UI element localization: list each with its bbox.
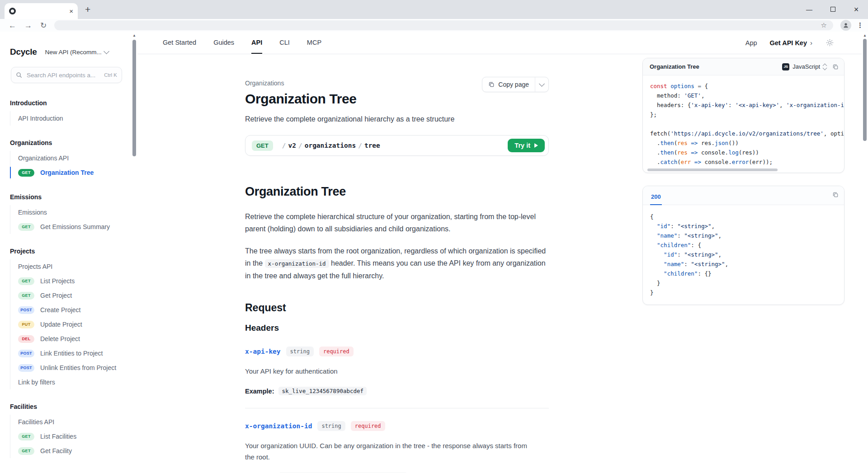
param-name[interactable]: x-organization-id [245,422,312,430]
code-line: } [650,288,844,297]
browser-menu-icon[interactable]: ⋮ [857,21,863,29]
docs-app: Dcycle New API (Recomm... Ctrl K Introdu… [0,32,868,473]
sidebar-section-items: Facilities APIGETList FacilitiesGETGet F… [10,415,127,458]
sidebar-section-items: Organizations APIGETOrganization Tree [10,151,127,180]
get-api-key-link[interactable]: Get API Key › [770,39,812,47]
search-icon [16,72,22,78]
topnav-item-mcp[interactable]: MCP [307,32,321,54]
api-version-switcher[interactable]: New API (Recomm... [45,49,108,56]
sidebar-item-label: Projects API [18,263,52,270]
param-name[interactable]: x-api-key [245,348,281,355]
favicon-icon [9,8,16,14]
code-line: .catch(err => console.error(err)); [650,157,844,167]
browser-tab[interactable]: × [5,3,78,19]
method-badge: GET [18,433,34,440]
sidebar-item-get-emissions-summary[interactable]: GETGet Emissions Summary [10,220,127,234]
sidebar-item-create-project[interactable]: POSTCreate Project [10,303,127,317]
copy-page-button[interactable]: Copy page [482,77,535,92]
page-scrollbar[interactable]: ▲ [862,32,868,473]
method-badge: POST [18,364,34,372]
language-selector[interactable]: JS JavaScript [782,63,826,70]
window-controls: — × [797,0,868,19]
sidebar-item-list-projects[interactable]: GETList Projects [10,274,127,288]
sidebar-section-items: EmissionsGETGet Emissions Summary [10,205,127,234]
scroll-up-icon[interactable]: ▲ [131,33,137,37]
code-block: const options = { method: 'GET', headers… [643,75,844,168]
topnav-item-guides[interactable]: Guides [213,32,234,54]
section-heading: Organization Tree [245,185,549,199]
method-badge: GET [18,223,34,231]
sidebar-item-projects-api[interactable]: Projects API [10,259,127,274]
article: Organizations Organization Tree Copy pag… [245,54,549,473]
topnav-item-api[interactable]: API [251,32,262,54]
tab-close-icon[interactable]: × [69,8,73,14]
sidebar-item-delete-project[interactable]: DELDelete Project [10,332,127,346]
param-example: Example:sk_live_1234567890abcdef [245,387,549,395]
sidebar-section-title: Introduction [10,99,127,107]
page-title: Organization Tree [245,91,549,107]
sidebar-scrollbar[interactable]: ▲ [131,32,137,473]
scrollbar-thumb[interactable] [132,40,136,156]
back-icon[interactable]: ← [9,22,16,29]
sidebar-item-get-facility[interactable]: GETGet Facility [10,444,127,458]
sidebar-item-link-entities-to-project[interactable]: POSTLink Entities to Project [10,346,127,361]
code-line [650,119,844,129]
method-badge: POST [18,350,34,357]
brand-logo[interactable]: Dcycle [10,47,37,57]
param-header: x-organization-idstringrequired [245,421,549,431]
sidebar-item-label: Unlink Entities from Project [40,364,116,371]
reload-icon[interactable]: ↻ [40,22,47,29]
theme-toggle[interactable] [826,39,834,47]
copy-code-button[interactable] [832,64,839,70]
sidebar-section-title: Organizations [10,139,127,146]
sidebar-item-label: Organizations API [18,155,69,162]
params-list: x-api-keystringrequiredYour API key for … [245,347,549,473]
endpoint-bar: GET /v2/organizations/tree Try it [245,135,549,156]
scrollbar-thumb[interactable] [863,39,867,141]
inline-code: x-organization-id [265,259,329,268]
sidebar-item-emissions[interactable]: Emissions [10,205,127,220]
nav-app-link[interactable]: App [745,39,757,47]
code-line: "children": {} [650,269,844,278]
code-line: } [650,278,844,288]
scroll-up-icon[interactable]: ▲ [862,33,868,37]
sidebar-item-unlink-entities-from-project[interactable]: POSTUnlink Entities from Project [10,361,127,375]
response-block: { "id": "<string>", "name": "<string>", … [643,205,844,304]
sidebar-section-title: Facilities [10,403,127,410]
headers-heading: Headers [245,323,549,333]
sidebar-item-get-project[interactable]: GETGet Project [10,288,127,303]
code-line: "name": "<string>", [650,259,844,269]
copy-page-menu-button[interactable] [535,77,548,92]
new-tab-button[interactable]: + [85,4,90,15]
top-nav: Get StartedGuidesAPICLIMCP App Get API K… [137,32,862,54]
sidebar-item-facilities-api[interactable]: Facilities API [10,415,127,429]
bookmark-star-icon[interactable]: ☆ [821,21,827,29]
copy-response-button[interactable] [832,192,839,198]
profile-avatar[interactable] [840,20,851,31]
horizontal-scrollbar[interactable] [643,168,844,173]
param-type-badge: string [317,421,345,431]
maximize-icon[interactable] [821,6,844,13]
sidebar-section-title: Emissions [10,193,127,201]
method-badge: DEL [18,335,34,343]
sidebar-item-organizations-api[interactable]: Organizations API [10,151,127,165]
scrollbar-thumb[interactable] [647,169,778,171]
sidebar-item-link-by-filters[interactable]: Link by filters [10,375,127,389]
topnav-item-cli[interactable]: CLI [279,32,290,54]
sidebar-item-organization-tree[interactable]: GETOrganization Tree [10,165,127,180]
forward-icon[interactable]: → [24,22,32,29]
search-input[interactable] [26,71,104,79]
url-bar[interactable]: ☆ [54,20,833,30]
topnav-item-get-started[interactable]: Get Started [163,32,196,54]
response-status-tab[interactable]: 200 [650,188,662,205]
sidebar-item-api-introduction[interactable]: API Introduction [10,111,127,126]
try-it-button[interactable]: Try it [508,139,545,152]
sidebar-item-list-facilities[interactable]: GETList Facilities [10,429,127,444]
sidebar-item-label: List Facilities [40,433,76,440]
sidebar-item-update-project[interactable]: PUTUpdate Project [10,317,127,332]
sidebar-item-label: Get Emissions Summary [40,223,110,230]
code-line: headers: {'x-api-key': '<x-api-key>', 'x… [650,100,844,110]
close-icon[interactable]: × [844,5,868,14]
minimize-icon[interactable]: — [797,6,821,13]
search-box[interactable]: Ctrl K [11,67,122,83]
